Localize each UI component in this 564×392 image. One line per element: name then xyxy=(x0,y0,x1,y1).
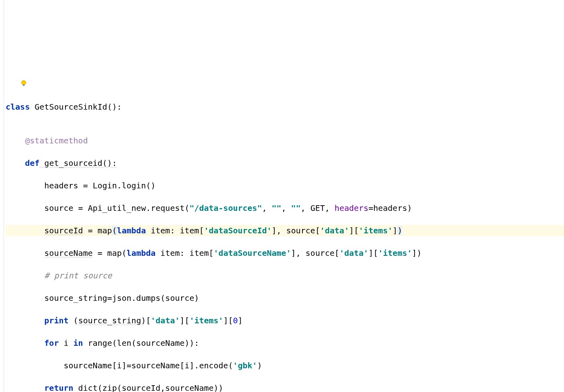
code-line: sourceName[i]=sourceName[i].encode('gbk'… xyxy=(6,360,564,371)
code-line: print (source_string)['data']['items'][0… xyxy=(6,315,564,326)
decorator: @staticmethod xyxy=(6,136,88,145)
code-line: class GetSourceSinkId(): xyxy=(6,101,564,112)
code-line: @staticmethod xyxy=(6,135,564,146)
code-line-highlighted: sourceId = map(lambda item: item['dataSo… xyxy=(6,225,564,236)
intention-bulb-icon[interactable] xyxy=(10,67,18,75)
code-line: return dict(zip(sourceId,sourceName)) xyxy=(6,382,564,392)
svg-rect-1 xyxy=(23,84,25,86)
code-line: def get_sourceid(): xyxy=(6,157,564,169)
svg-point-0 xyxy=(21,80,26,85)
code-line: source = Api_util_new.request("/data-sou… xyxy=(6,202,564,214)
editor-gutter xyxy=(0,0,4,392)
code-line: # print source xyxy=(6,270,564,281)
code-line: headers = Login.login() xyxy=(6,180,564,191)
code-line: sourceName = map(lambda item: item['data… xyxy=(6,247,564,259)
code-line: for i in range(len(sourceName)): xyxy=(6,337,564,349)
code-editor[interactable]: class GetSourceSinkId(): @staticmethod d… xyxy=(6,90,564,392)
keyword-class: class xyxy=(6,102,30,112)
code-line: source_string=json.dumps(source) xyxy=(6,292,564,304)
